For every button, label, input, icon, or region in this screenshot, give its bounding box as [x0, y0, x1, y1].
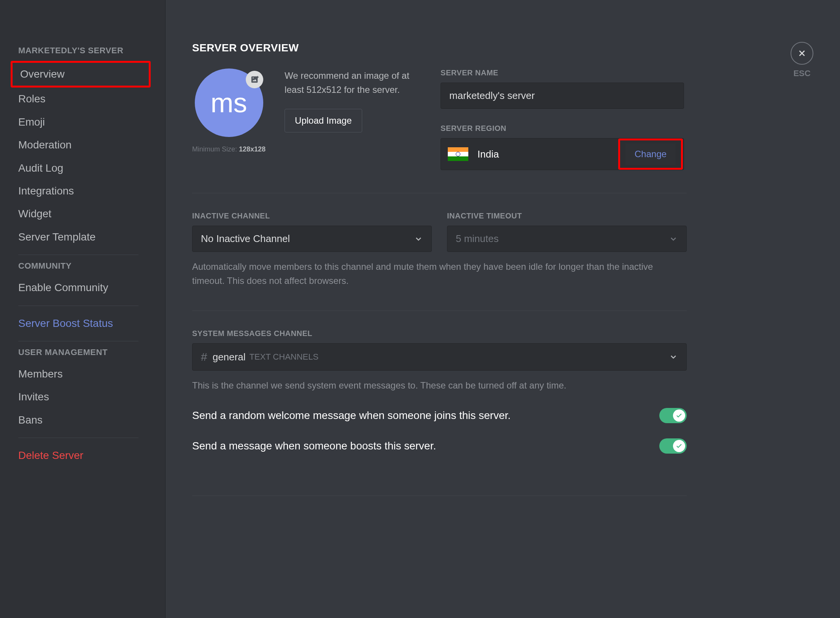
- divider: [18, 255, 138, 255]
- sidebar-item-roles[interactable]: Roles: [18, 88, 161, 110]
- settings-sidebar: MARKETEDLY'S SERVER Overview Roles Emoji…: [0, 0, 165, 618]
- system-channel-value: general: [213, 351, 246, 363]
- inactive-channel-value: No Inactive Channel: [201, 233, 290, 245]
- inactive-timeout-value: 5 minutes: [456, 233, 499, 245]
- server-region-box: India Change: [441, 138, 684, 170]
- hash-icon: #: [201, 350, 207, 363]
- settings-main: ESC SERVER OVERVIEW ms Minimum Size: 128…: [165, 0, 840, 618]
- upload-image-button[interactable]: Upload Image: [285, 109, 362, 132]
- sidebar-item-overview[interactable]: Overview: [11, 61, 151, 88]
- close-icon: [797, 48, 807, 58]
- inactive-description: Automatically move members to this chann…: [192, 260, 687, 288]
- inactive-timeout-select[interactable]: 5 minutes: [447, 226, 687, 252]
- sidebar-item-invites[interactable]: Invites: [18, 385, 161, 408]
- inactive-timeout-label: INACTIVE TIMEOUT: [447, 212, 687, 220]
- toggle-welcome-label: Send a random welcome message when someo…: [192, 409, 511, 422]
- region-name: India: [477, 148, 618, 160]
- chevron-down-icon: [414, 234, 423, 244]
- inactive-channel-select[interactable]: No Inactive Channel: [192, 226, 432, 252]
- divider: [18, 341, 138, 341]
- toggle-welcome-messages[interactable]: [659, 408, 687, 423]
- sidebar-item-server-template[interactable]: Server Template: [18, 226, 161, 248]
- toggle-boost-label: Send a message when someone boosts this …: [192, 440, 436, 452]
- sidebar-item-enable-community[interactable]: Enable Community: [18, 276, 161, 299]
- image-upload-icon: [250, 75, 259, 84]
- sidebar-item-bans[interactable]: Bans: [18, 409, 161, 432]
- upload-icon-badge[interactable]: [246, 71, 263, 88]
- system-channel-category: TEXT CHANNELS: [249, 352, 318, 362]
- min-size-hint: Minimum Size: 128x128: [192, 145, 266, 153]
- recommend-text: We recommend an image of at least 512x51…: [285, 68, 422, 97]
- india-flag-icon: [448, 147, 468, 161]
- sidebar-category-server: MARKETEDLY'S SERVER: [18, 46, 161, 56]
- server-icon[interactable]: ms: [195, 68, 263, 137]
- sidebar-item-audit-log[interactable]: Audit Log: [18, 157, 161, 180]
- divider: [18, 306, 138, 306]
- server-name-label: SERVER NAME: [441, 68, 684, 77]
- system-messages-label: SYSTEM MESSAGES CHANNEL: [192, 329, 687, 338]
- system-messages-channel-select[interactable]: # general TEXT CHANNELS: [192, 343, 687, 371]
- sidebar-item-delete-server[interactable]: Delete Server: [18, 444, 161, 467]
- inactive-channel-label: INACTIVE CHANNEL: [192, 212, 432, 220]
- sidebar-item-members[interactable]: Members: [18, 363, 161, 385]
- sidebar-item-widget[interactable]: Widget: [18, 202, 161, 225]
- sidebar-item-moderation[interactable]: Moderation: [18, 134, 161, 156]
- sidebar-item-emoji[interactable]: Emoji: [18, 111, 161, 134]
- chevron-down-icon: [669, 352, 678, 362]
- check-icon: [676, 412, 682, 419]
- divider: [192, 193, 687, 193]
- sidebar-item-boost-status[interactable]: Server Boost Status: [18, 312, 161, 335]
- server-name-input[interactable]: [441, 83, 684, 109]
- divider: [192, 311, 687, 311]
- toggle-boost-messages[interactable]: [659, 438, 687, 454]
- server-region-label: SERVER REGION: [441, 124, 684, 133]
- chevron-down-icon: [669, 234, 678, 244]
- divider: [192, 495, 687, 496]
- divider: [18, 438, 138, 438]
- check-icon: [676, 443, 682, 449]
- sidebar-category-user-mgmt: USER MANAGEMENT: [18, 347, 161, 357]
- sidebar-item-integrations[interactable]: Integrations: [18, 180, 161, 202]
- page-title: SERVER OVERVIEW: [192, 42, 687, 54]
- close-button[interactable]: [791, 42, 813, 65]
- system-messages-description: This is the channel we send system event…: [192, 378, 687, 392]
- sidebar-category-community: COMMUNITY: [18, 261, 161, 271]
- server-icon-initials: ms: [211, 87, 247, 118]
- close-label: ESC: [793, 68, 810, 78]
- change-region-button[interactable]: Change: [625, 143, 676, 165]
